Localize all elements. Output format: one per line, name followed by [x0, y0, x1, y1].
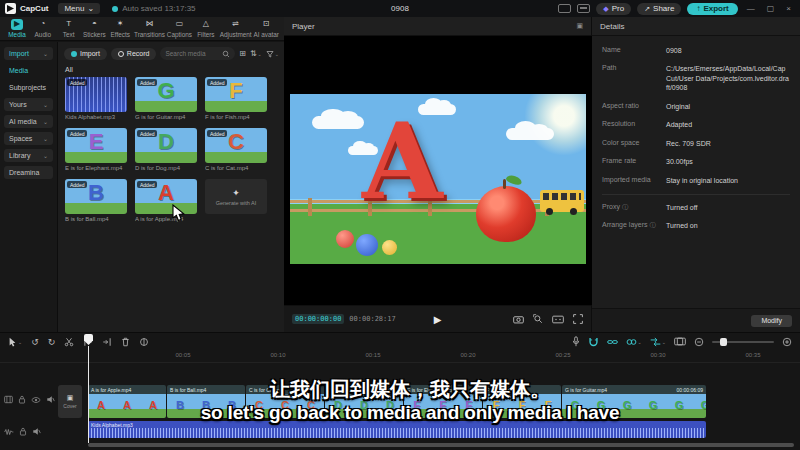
- media-item[interactable]: AddedKids Alphabet.mp3: [65, 77, 127, 120]
- menu-button[interactable]: Menu ⌄: [58, 3, 100, 14]
- details-panel: Details Name0908PathC:/Users/Emerses/App…: [592, 17, 800, 332]
- preview-axis-icon[interactable]: ⌄: [626, 337, 642, 347]
- tab-transitions[interactable]: ⋈Transitions: [134, 19, 165, 38]
- timeline-clip[interactable]: C is for Cat.mp4CCC: [246, 385, 324, 418]
- timeline-clip[interactable]: G is for Guitar.mp400:00:06:09GGGGGG: [562, 385, 706, 418]
- lock-track-icon[interactable]: [19, 427, 27, 436]
- close-button[interactable]: ×: [783, 4, 794, 13]
- tab-label: Captions: [167, 31, 192, 38]
- select-tool-icon[interactable]: ⌄: [8, 337, 22, 347]
- mask-icon[interactable]: [139, 337, 149, 347]
- filter-icon[interactable]: ⌄: [266, 50, 279, 58]
- panel-layout-icon[interactable]: [577, 4, 590, 13]
- mute-track-icon[interactable]: [46, 395, 55, 404]
- tab-label: Media: [8, 31, 25, 38]
- timeline-ruler[interactable]: 00:0500:1000:1500:2000:2500:3000:35: [0, 350, 800, 363]
- maximize-button[interactable]: ▢: [764, 4, 778, 13]
- sidebar-item-import[interactable]: Import⌄: [4, 47, 53, 60]
- layout-toggle-icon[interactable]: [558, 4, 571, 13]
- pro-button[interactable]: ◆ Pro: [596, 3, 631, 15]
- zoom-out-icon[interactable]: [694, 337, 704, 347]
- minimize-button[interactable]: —: [744, 4, 758, 13]
- timeline-zoom-slider[interactable]: [712, 341, 774, 343]
- record-button[interactable]: Record: [111, 48, 157, 60]
- clip-filmstrip: EEE: [404, 394, 482, 418]
- voiceover-mic-icon[interactable]: [572, 336, 580, 347]
- sort-icon[interactable]: ⇅⌄: [250, 49, 262, 58]
- zoom-in-icon[interactable]: [782, 337, 792, 347]
- sidebar-item-ai-media[interactable]: AI media⌄: [4, 115, 53, 128]
- tab-media[interactable]: ▶Media: [5, 19, 29, 38]
- tab-audio[interactable]: ◔Audio: [31, 19, 55, 38]
- media-item[interactable]: AddedDD is for Dog.mp4: [135, 128, 197, 171]
- info-icon[interactable]: ⓘ: [622, 204, 628, 210]
- share-button[interactable]: ↗ Share: [637, 3, 681, 15]
- snap-magnet-icon[interactable]: [588, 337, 599, 347]
- media-search[interactable]: [160, 47, 235, 60]
- undo-icon[interactable]: ↺: [31, 337, 39, 347]
- auto-ripple-icon[interactable]: ⌄: [650, 337, 666, 347]
- sidebar-item-yours[interactable]: Yours⌄: [4, 98, 53, 111]
- timeline-toolbar: ⌄ ↺ ↻: [0, 333, 800, 350]
- tab-adjustment[interactable]: ⇌Adjustment: [220, 19, 252, 38]
- added-badge: Added: [207, 79, 227, 86]
- media-item[interactable]: AddedCC is for Cat.mp4: [205, 128, 267, 171]
- generate-with-ai-tile[interactable]: ✦Generate with AI: [205, 179, 267, 214]
- tab-ai-avatar[interactable]: ⊡AI avatar: [253, 19, 279, 38]
- timeline-clip[interactable]: E is for Elephant.mp4EEE: [404, 385, 482, 418]
- tab-captions[interactable]: ▭Captions: [167, 19, 192, 38]
- delete-icon[interactable]: [121, 337, 130, 347]
- timeline-clip[interactable]: A is for Apple.mp4AAA: [88, 385, 166, 418]
- sidebar-item-subprojects[interactable]: Subprojects: [4, 81, 53, 94]
- sidebar-item-spaces[interactable]: Spaces⌄: [4, 132, 53, 145]
- mute-track-icon[interactable]: [32, 427, 41, 436]
- panel-expand-icon[interactable]: ▣: [576, 22, 583, 30]
- zoom-slider-thumb[interactable]: [720, 338, 727, 346]
- play-button[interactable]: ▶: [434, 314, 442, 325]
- sidebar-item-dreamina[interactable]: Dreamina: [4, 166, 53, 179]
- timeline-clip[interactable]: D is for Dog.mp4DDD: [325, 385, 403, 418]
- search-input[interactable]: [165, 50, 219, 57]
- cover-frames-icon[interactable]: [674, 337, 686, 346]
- split-icon[interactable]: [64, 337, 74, 347]
- lock-track-icon[interactable]: [18, 395, 26, 404]
- media-item[interactable]: AddedAA is for Apple.mp4: [135, 179, 197, 222]
- autosave-status: Auto saved 13:17:35: [112, 4, 195, 13]
- fullscreen-icon[interactable]: [573, 314, 583, 324]
- media-item[interactable]: AddedGG is for Guitar.mp4: [135, 77, 197, 120]
- details-value: Rec. 709 SDR: [666, 139, 790, 148]
- tab-filters[interactable]: △Filters: [194, 19, 218, 38]
- timeline-clip[interactable]: B is for Ball.mp4BBB: [167, 385, 245, 418]
- ratio-icon[interactable]: [552, 315, 564, 324]
- grid-view-icon[interactable]: ⊞: [239, 49, 246, 58]
- export-label: Export: [703, 4, 728, 13]
- video-thumbnail: AddedF: [205, 77, 267, 112]
- player-stage[interactable]: A: [284, 36, 592, 305]
- redo-icon[interactable]: ↻: [48, 337, 56, 347]
- trim-right-icon[interactable]: [102, 337, 112, 347]
- timeline-clip[interactable]: F is for Fish.mp4FFF: [483, 385, 561, 418]
- filmstrip-letter: E: [404, 394, 430, 418]
- link-icon[interactable]: [607, 337, 618, 347]
- cover-button[interactable]: ▣ Cover: [58, 385, 82, 418]
- media-item[interactable]: AddedBB is for Ball.mp4: [65, 179, 127, 222]
- tab-text[interactable]: TText: [57, 19, 81, 38]
- audio-clip[interactable]: Kids Alphabet.mp3: [88, 421, 706, 438]
- scrollbar-thumb[interactable]: [88, 443, 794, 447]
- export-button[interactable]: ↑ Export: [687, 3, 737, 15]
- tab-stickers[interactable]: ◓Stickers: [82, 19, 106, 38]
- tab-effects[interactable]: ✶Effects: [108, 19, 132, 38]
- media-item[interactable]: AddedEE is for Elephant.mp4: [65, 128, 127, 171]
- timeline-scrollbar[interactable]: [0, 443, 800, 447]
- sidebar-item-media[interactable]: Media: [4, 64, 53, 77]
- hide-track-icon[interactable]: [31, 396, 41, 404]
- details-title: Details: [600, 22, 624, 31]
- media-item[interactable]: AddedFF is for Fish.mp4: [205, 77, 267, 120]
- import-button[interactable]: Import: [64, 48, 107, 60]
- filmstrip-letter: E: [430, 394, 456, 418]
- snapshot-icon[interactable]: [513, 315, 524, 324]
- info-icon[interactable]: ⓘ: [650, 222, 656, 228]
- modify-button[interactable]: Modify: [751, 315, 792, 327]
- preview-zoom-icon[interactable]: [533, 314, 543, 324]
- sidebar-item-library[interactable]: Library⌄: [4, 149, 53, 162]
